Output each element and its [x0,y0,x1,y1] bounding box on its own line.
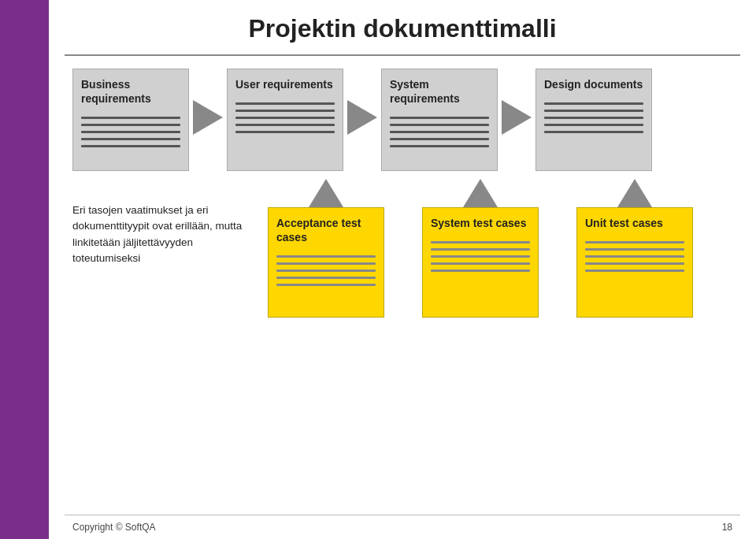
arrow-right-icon [347,100,377,135]
doc-lines-system [390,117,489,147]
test-line [276,262,376,265]
doc-line [81,145,180,147]
title-section: Projektin dokumenttimalli [65,0,740,54]
doc-card-system: System requirements [381,69,498,171]
test-card-acceptance-title: Acceptance test cases [276,216,376,244]
middle-section: Eri tasojen vaatimukset ja eri dokumentt… [65,179,740,318]
doc-line [235,110,335,112]
docs-row: Business requirements User requirements [65,69,740,171]
test-line [276,270,376,272]
doc-line [81,138,180,140]
arrow-right-icon [502,100,532,135]
test-card-acceptance: Acceptance test cases [268,207,384,318]
test-card-system-title: System test cases [431,216,530,230]
doc-line [544,110,643,112]
doc-line [544,102,643,105]
test-line [276,255,376,258]
test-lines-acceptance [276,255,376,286]
arrow-2 [343,100,381,135]
doc-line [544,131,643,133]
arrow-up-acceptance [309,179,343,207]
doc-line [235,131,335,133]
test-line [431,270,530,272]
test-line [585,270,684,272]
test-lines-unit [585,241,684,272]
doc-line [390,138,489,140]
doc-card-design: Design documents [536,69,652,171]
main-content: Projektin dokumenttimalli Business requi… [49,0,756,539]
doc-line [81,131,180,133]
test-line [585,248,684,251]
doc-line [235,102,335,105]
test-lines-system [431,241,530,272]
doc-line [235,117,335,119]
doc-line [81,117,180,119]
test-line [585,255,684,258]
test-card-unit-title: Unit test cases [585,216,684,230]
doc-line [544,117,643,119]
test-line [585,241,684,243]
doc-line [390,117,489,119]
doc-card-system-title: System requirements [390,77,489,106]
description-text: Eri tasojen vaatimukset ja eri dokumentt… [72,179,268,318]
test-line [431,262,530,265]
doc-line [235,124,335,126]
test-card-unit: Unit test cases [576,207,693,318]
page-title: Projektin dokumenttimalli [65,14,740,43]
acceptance-column: Acceptance test cases [268,179,384,318]
test-line [276,277,376,279]
arrow-up-unit [617,179,652,207]
doc-card-user: User requirements [227,69,343,171]
footer-page: 18 [722,522,732,533]
doc-card-design-title: Design documents [544,77,643,91]
arrow-3 [498,100,536,135]
arrow-1 [189,100,227,135]
test-cards-row: Acceptance test cases [268,179,732,318]
doc-line [390,131,489,133]
test-line [431,255,530,258]
doc-line [81,124,180,126]
system-test-column: System test cases [422,179,539,318]
doc-line [390,124,489,126]
doc-lines-design [544,102,643,133]
left-sidebar [0,0,49,539]
test-card-system: System test cases [422,207,539,318]
test-line [431,241,530,243]
doc-line [544,124,643,126]
doc-lines-business [81,117,180,147]
unit-test-column: Unit test cases [576,179,693,318]
doc-line [390,145,489,147]
test-line [431,248,530,251]
arrow-right-icon [193,100,223,135]
doc-card-business: Business requirements [72,69,189,171]
footer: Copyright © SoftQA 18 [65,515,740,539]
doc-card-business-title: Business requirements [81,77,180,106]
arrow-up-system [463,179,498,207]
title-divider [65,54,740,56]
doc-card-user-title: User requirements [235,77,335,91]
test-line [585,262,684,265]
footer-copyright: Copyright © SoftQA [72,522,156,533]
doc-lines-user [235,102,335,133]
test-line [276,284,376,286]
